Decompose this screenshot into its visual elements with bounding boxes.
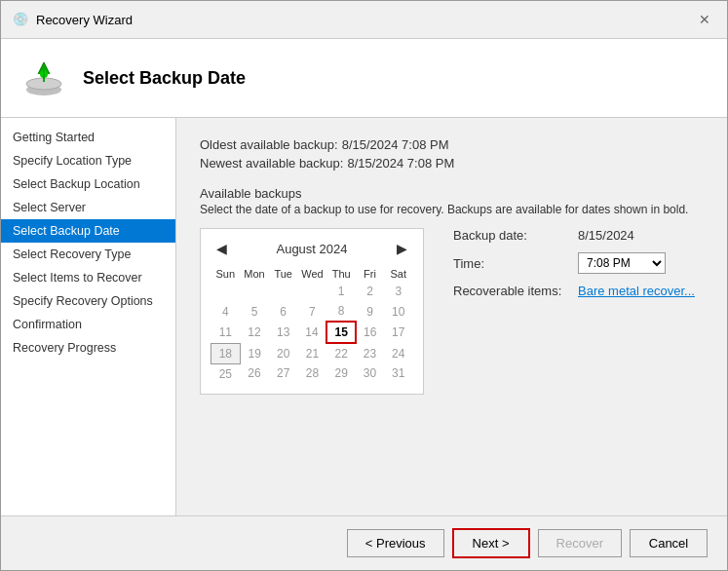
sidebar: Getting Started Specify Location Type Se… <box>1 118 176 515</box>
footer: < Previous Next > Recover Cancel <box>1 515 727 570</box>
sidebar-item-specify-recovery-options[interactable]: Specify Recovery Options <box>1 289 175 313</box>
calendar-day-16: 16 <box>356 322 384 343</box>
sidebar-item-select-backup-location[interactable]: Select Backup Location <box>1 172 175 196</box>
recover-button[interactable]: Recover <box>538 529 622 557</box>
calendar-day-5: 5 <box>240 301 269 322</box>
sidebar-item-select-backup-date[interactable]: Select Backup Date <box>1 219 175 243</box>
calendar-day-29: 29 <box>326 363 356 384</box>
title-bar: 💿 Recovery Wizard ✕ <box>1 1 727 39</box>
oldest-backup-value: 8/15/2024 7:08 PM <box>342 137 449 152</box>
calendar-empty <box>240 282 269 301</box>
wizard-icon: 💿 <box>13 12 28 27</box>
calendar-day-24: 24 <box>384 343 412 363</box>
newest-backup-label: Newest available backup: <box>200 156 343 171</box>
oldest-backup-row: Oldest available backup: 8/15/2024 7:08 … <box>200 137 704 152</box>
calendar-week-2: 11121314151617 <box>211 322 413 343</box>
newest-backup-value: 8/15/2024 7:08 PM <box>347 156 454 171</box>
day-sun: Sun <box>211 266 241 282</box>
recovery-wizard-dialog: 💿 Recovery Wizard ✕ Select Backup Date G… <box>0 0 728 571</box>
day-thu: Thu <box>326 266 356 282</box>
time-select[interactable]: 7:08 PM <box>578 252 666 274</box>
calendar-header: ◀ August 2024 ▶ <box>211 239 413 258</box>
oldest-backup-label: Oldest available backup: <box>200 137 338 152</box>
day-mon: Mon <box>240 266 269 282</box>
sidebar-item-recovery-progress[interactable]: Recovery Progress <box>1 336 175 360</box>
calendar: ◀ August 2024 ▶ Sun Mon Tue Wed <box>200 228 424 395</box>
header-section: Select Backup Date <box>1 39 727 118</box>
calendar-prev-button[interactable]: ◀ <box>211 239 233 258</box>
backup-date-value: 8/15/2024 <box>578 228 634 243</box>
sidebar-item-select-recovery-type[interactable]: Select Recovery Type <box>1 243 175 266</box>
calendar-day-30: 30 <box>356 363 384 384</box>
time-row: Time: 7:08 PM <box>453 252 704 274</box>
sidebar-item-select-items-to-recover[interactable]: Select Items to Recover <box>1 266 175 289</box>
calendar-week-1: 45678910 <box>211 301 413 322</box>
calendar-day-26: 26 <box>240 363 269 384</box>
title-bar-text: Recovery Wizard <box>36 13 133 27</box>
calendar-next-button[interactable]: ▶ <box>391 239 413 258</box>
recoverable-items-label: Recoverable items: <box>453 284 570 298</box>
calendar-day-18: 18 <box>211 343 241 363</box>
calendar-empty <box>211 282 241 301</box>
calendar-day-19: 19 <box>240 343 269 363</box>
calendar-day-10: 10 <box>384 301 412 322</box>
close-button[interactable]: ✕ <box>694 9 715 30</box>
calendar-day-31: 31 <box>384 363 412 384</box>
calendar-day-28: 28 <box>297 363 326 384</box>
calendar-day-4: 4 <box>211 301 241 322</box>
calendar-week-4: 25262728293031 <box>211 363 413 384</box>
next-button[interactable]: Next > <box>452 528 530 558</box>
title-bar-left: 💿 Recovery Wizard <box>13 12 133 27</box>
calendar-day-3: 3 <box>384 282 412 301</box>
available-section: Available backups Select the date of a b… <box>200 186 704 395</box>
calendar-day-1: 1 <box>326 282 356 301</box>
calendar-day-6: 6 <box>269 301 298 322</box>
calendar-week-3: 18192021222324 <box>211 343 413 363</box>
day-tue: Tue <box>269 266 298 282</box>
calendar-empty <box>269 282 298 301</box>
calendar-day-13: 13 <box>269 322 298 343</box>
calendar-day-25: 25 <box>211 363 241 384</box>
calendar-day-15[interactable]: 15 <box>326 322 356 343</box>
calendar-day-12: 12 <box>240 322 269 343</box>
cancel-button[interactable]: Cancel <box>630 529 708 557</box>
calendar-day-14: 14 <box>297 322 326 343</box>
calendar-body: 1234567891011121314151617181920212223242… <box>211 282 413 384</box>
calendar-day-27: 27 <box>269 363 298 384</box>
calendar-day-22: 22 <box>326 343 356 363</box>
calendar-day-7: 7 <box>297 301 326 322</box>
calendar-day-17: 17 <box>384 322 412 343</box>
calendar-week-0: 123 <box>211 282 413 301</box>
backup-date-label: Backup date: <box>453 228 570 243</box>
calendar-grid: Sun Mon Tue Wed Thu Fri Sat 123 <box>211 266 413 384</box>
page-title: Select Backup Date <box>83 68 246 89</box>
sidebar-item-select-server[interactable]: Select Server <box>1 196 175 219</box>
options-panel: Backup date: 8/15/2024 Time: 7:08 PM Rec… <box>453 228 704 298</box>
available-desc: Select the date of a backup to use for r… <box>200 203 704 216</box>
calendar-header-row: Sun Mon Tue Wed Thu Fri Sat <box>211 266 413 282</box>
day-wed: Wed <box>297 266 326 282</box>
recoverable-items-link[interactable]: Bare metal recover... <box>578 284 695 298</box>
body-area: Getting Started Specify Location Type Se… <box>1 118 727 515</box>
main-content: Oldest available backup: 8/15/2024 7:08 … <box>176 118 727 515</box>
previous-button[interactable]: < Previous <box>347 529 444 557</box>
calendar-day-8: 8 <box>326 301 356 322</box>
header-icon <box>20 55 67 101</box>
time-label: Time: <box>453 256 570 271</box>
calendar-empty <box>297 282 326 301</box>
calendar-day-21: 21 <box>297 343 326 363</box>
backup-date-row: Backup date: 8/15/2024 <box>453 228 704 243</box>
calendar-day-11: 11 <box>211 322 241 343</box>
day-sat: Sat <box>384 266 412 282</box>
sidebar-item-confirmation[interactable]: Confirmation <box>1 313 175 336</box>
calendar-day-2: 2 <box>356 282 384 301</box>
newest-backup-row: Newest available backup: 8/15/2024 7:08 … <box>200 156 704 171</box>
recoverable-items-row: Recoverable items: Bare metal recover... <box>453 284 704 298</box>
calendar-day-20: 20 <box>269 343 298 363</box>
day-fri: Fri <box>356 266 384 282</box>
sidebar-item-specify-location-type[interactable]: Specify Location Type <box>1 149 175 172</box>
sidebar-item-getting-started[interactable]: Getting Started <box>1 126 175 149</box>
available-title: Available backups <box>200 186 704 201</box>
calendar-day-23: 23 <box>356 343 384 363</box>
calendar-month-year: August 2024 <box>276 242 347 256</box>
